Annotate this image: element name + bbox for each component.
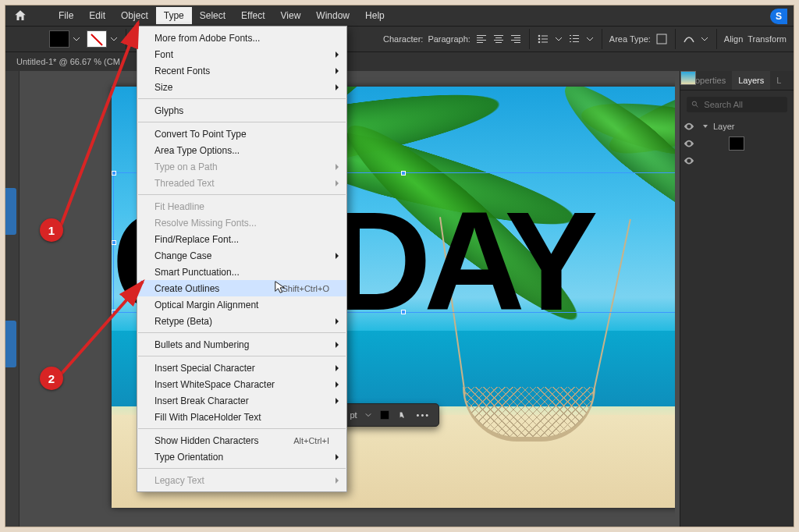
submenu-arrow-icon <box>334 363 340 374</box>
menu-item-threaded-text: Threaded Text <box>137 175 346 191</box>
svg-point-1 <box>538 38 541 41</box>
list-dd-icon[interactable] <box>555 35 563 43</box>
svg-point-2 <box>538 41 541 44</box>
menu-item-label: Font <box>154 49 173 60</box>
warp-dd-icon[interactable] <box>701 35 708 43</box>
align-center-icon[interactable] <box>492 32 506 46</box>
stroke-swatch[interactable] <box>87 30 107 48</box>
layer-row[interactable]: Layer <box>680 119 794 134</box>
libraries-tab[interactable]: L <box>770 71 787 90</box>
menu-item-insert-break-character[interactable]: Insert Break Character <box>137 392 346 409</box>
menu-file[interactable]: File <box>51 7 81 24</box>
menu-view[interactable]: View <box>273 7 309 24</box>
menu-item-label: Area Type Options... <box>154 145 240 156</box>
layers-search[interactable] <box>687 97 787 112</box>
menu-item-label: Find/Replace Font... <box>154 234 239 245</box>
submenu-arrow-icon <box>334 452 340 463</box>
menu-item-label: Type Orientation <box>154 452 223 463</box>
menu-separator <box>138 468 346 469</box>
number-list-icon[interactable] <box>567 32 581 46</box>
transform-label[interactable]: Transform <box>748 34 787 44</box>
align-right-icon[interactable] <box>509 32 523 46</box>
visibility-icon[interactable] <box>684 138 694 149</box>
mouse-cursor-icon <box>274 280 288 294</box>
menu-type[interactable]: Type <box>156 7 192 24</box>
menu-item-bullets-and-numbering[interactable]: Bullets and Numbering <box>137 336 346 353</box>
canvas-viewport[interactable]: CH DAY 190 pt <box>26 71 675 527</box>
menu-item-smart-punctuation[interactable]: Smart Punctuation... <box>137 264 346 280</box>
menu-item-label: Insert Break Character <box>154 395 249 406</box>
menu-item-insert-whitespace-character[interactable]: Insert WhiteSpace Character <box>137 376 346 392</box>
menu-edit[interactable]: Edit <box>81 7 113 24</box>
visibility-icon[interactable] <box>684 121 694 132</box>
type-menu-dropdown[interactable]: More from Adobe Fonts...FontRecent Fonts… <box>137 26 347 492</box>
menu-item-label: Smart Punctuation... <box>154 267 240 278</box>
menu-item-area-type-options[interactable]: Area Type Options... <box>137 142 346 158</box>
menu-item-fill-with-placeholder-text[interactable]: Fill With PlaceHolder Text <box>137 409 346 425</box>
char-panel-icon[interactable] <box>398 410 409 420</box>
menu-item-change-case[interactable]: Change Case <box>137 247 346 264</box>
menu-item-label: Insert WhiteSpace Character <box>154 379 275 390</box>
control-bar: Character: Paragraph: Area Type: Align T… <box>5 26 794 52</box>
menu-item-insert-special-character[interactable]: Insert Special Character <box>137 360 346 376</box>
sublayer-row[interactable] <box>680 134 794 153</box>
svg-rect-4 <box>380 411 389 420</box>
warp-icon[interactable] <box>682 32 696 46</box>
submenu-arrow-icon <box>334 82 340 93</box>
numlist-dd-icon[interactable] <box>586 35 594 43</box>
layers-tab[interactable]: Layers <box>732 71 770 90</box>
menu-separator <box>138 122 346 122</box>
left-ruler <box>5 71 20 527</box>
bullet-list-icon[interactable] <box>536 32 550 46</box>
menu-item-font[interactable]: Font <box>137 46 346 62</box>
menu-help[interactable]: Help <box>357 7 392 24</box>
step-badge-2: 2 <box>40 367 63 390</box>
fill-swatch[interactable] <box>49 30 69 48</box>
menu-item-label: Recent Fonts <box>154 66 210 76</box>
menu-item-label: Legacy Text <box>154 475 204 486</box>
fill-color-icon[interactable] <box>379 410 390 420</box>
stroke-dropdown-icon[interactable] <box>110 35 118 43</box>
panel-tabs: Properties Layers L <box>680 71 794 90</box>
menu-item-type-orientation[interactable]: Type Orientation <box>137 449 346 465</box>
menu-window[interactable]: Window <box>308 7 357 24</box>
menu-item-label: Fill With PlaceHolder Text <box>154 412 261 423</box>
submenu-arrow-icon <box>334 339 340 350</box>
menu-item-size[interactable]: Size <box>137 79 346 95</box>
visibility-icon[interactable] <box>684 155 694 166</box>
menu-item-find-replace-font[interactable]: Find/Replace Font... <box>137 231 346 247</box>
menu-item-label: Threaded Text <box>154 178 215 189</box>
menu-shortcut: Alt+Ctrl+I <box>293 436 329 445</box>
menu-item-label: Resolve Missing Fonts... <box>154 218 257 229</box>
menu-item-show-hidden-characters[interactable]: Show Hidden CharactersAlt+Ctrl+I <box>137 432 346 449</box>
menu-item-create-outlines[interactable]: Create OutlinesShift+Ctrl+O <box>137 280 346 296</box>
menu-object[interactable]: Object <box>113 7 156 24</box>
home-icon[interactable] <box>13 9 27 23</box>
align-left-icon[interactable] <box>474 32 488 46</box>
menu-select[interactable]: Select <box>192 7 233 24</box>
twisty-icon[interactable] <box>702 122 710 131</box>
fill-dropdown-icon[interactable] <box>73 35 80 43</box>
character-label: Character: <box>383 34 423 44</box>
document-tab[interactable]: Untitled-1* @ 66.67 % (CM <box>5 52 794 71</box>
menu-item-retype-beta[interactable]: Retype (Beta) <box>137 313 346 329</box>
submenu-arrow-icon <box>334 395 340 406</box>
menu-item-recent-fonts[interactable]: Recent Fonts <box>137 62 346 79</box>
menu-item-more-from-adobe-fonts[interactable]: More from Adobe Fonts... <box>137 30 346 46</box>
more-icon[interactable]: ••• <box>417 410 431 420</box>
menu-item-optical-margin-alignment[interactable]: Optical Margin Alignment <box>137 296 346 313</box>
area-type-icon[interactable] <box>655 32 669 46</box>
menu-effect[interactable]: Effect <box>233 7 272 24</box>
menu-item-type-on-a-path: Type on a Path <box>137 158 346 175</box>
menu-item-glyphs[interactable]: Glyphs <box>137 102 346 119</box>
menu-item-convert-to-point-type[interactable]: Convert To Point Type <box>137 126 346 142</box>
layers-search-input[interactable] <box>704 100 783 109</box>
menu-item-resolve-missing-fonts: Resolve Missing Fonts... <box>137 215 346 231</box>
workarea: CH DAY 190 pt <box>5 71 794 527</box>
submenu-arrow-icon <box>334 66 340 76</box>
sublayer-row[interactable] <box>680 153 794 168</box>
layer-name: Layer <box>713 122 735 131</box>
font-size-dd[interactable] <box>365 412 371 418</box>
align-label[interactable]: Align <box>724 34 743 44</box>
share-button[interactable]: S <box>770 9 787 24</box>
